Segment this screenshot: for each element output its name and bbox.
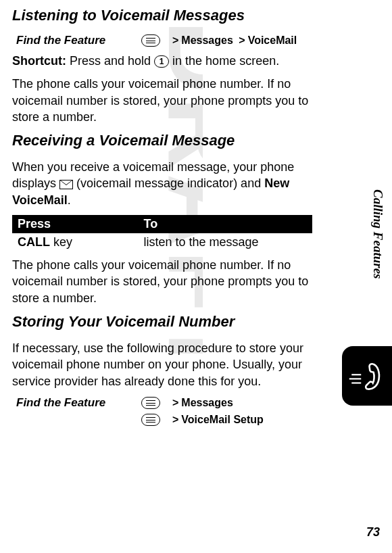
menu-key-icon	[141, 34, 160, 47]
listening-body: The phone calls your voicemail phone num…	[12, 76, 312, 125]
find-feature-row-storing-2: >VoiceMail Setup	[12, 414, 312, 426]
page-content: Listening to Voicemail Messages Find the…	[0, 0, 351, 426]
section-title-listening: Listening to Voicemail Messages	[12, 7, 312, 24]
nav-path-line1: >Messages	[141, 397, 233, 409]
find-feature-row-storing-1: Find the Feature >Messages	[12, 396, 312, 410]
receiving-body-1: When you receive a voicemail message, yo…	[12, 159, 312, 208]
page-number: 73	[366, 525, 380, 539]
nav-path-line2: >VoiceMail Setup	[141, 414, 264, 426]
section-title-receiving: Receiving a Voicemail Message	[12, 132, 312, 149]
find-feature-row: Find the Feature >Messages >VoiceMail	[12, 34, 312, 47]
table-cell-to: listen to the message	[138, 233, 312, 251]
storing-body: If necessary, use the following procedur…	[12, 340, 312, 389]
shortcut-paragraph: Shortcut: Press and hold 1 in the home s…	[12, 53, 312, 69]
find-feature-block-storing: Find the Feature >Messages >VoiceMail Se…	[12, 396, 312, 426]
menu-key-icon	[141, 414, 160, 426]
table-header-to: To	[138, 215, 312, 233]
receiving-body-2: The phone calls your voicemail phone num…	[12, 257, 312, 306]
table-row: CALL key listen to the message	[12, 233, 312, 251]
table-cell-press: CALL key	[12, 233, 138, 251]
table-header-row: Press To	[12, 215, 312, 233]
press-to-table: Press To CALL key listen to the message	[12, 215, 312, 251]
side-tab-label: Calling Features	[370, 189, 385, 279]
phone-handset-icon	[348, 357, 386, 395]
key-1-icon: 1	[154, 55, 169, 68]
breadcrumb: >Messages >VoiceMail	[172, 34, 297, 47]
find-feature-label: Find the Feature	[16, 34, 141, 47]
nav-path: >Messages >VoiceMail	[141, 34, 297, 47]
table-header-press: Press	[12, 215, 138, 233]
find-feature-label: Find the Feature	[16, 396, 141, 410]
voicemail-indicator-icon	[59, 180, 73, 189]
menu-key-icon	[141, 397, 160, 409]
shortcut-label: Shortcut:	[12, 54, 66, 68]
section-title-storing: Storing Your Voicemail Number	[12, 313, 312, 331]
